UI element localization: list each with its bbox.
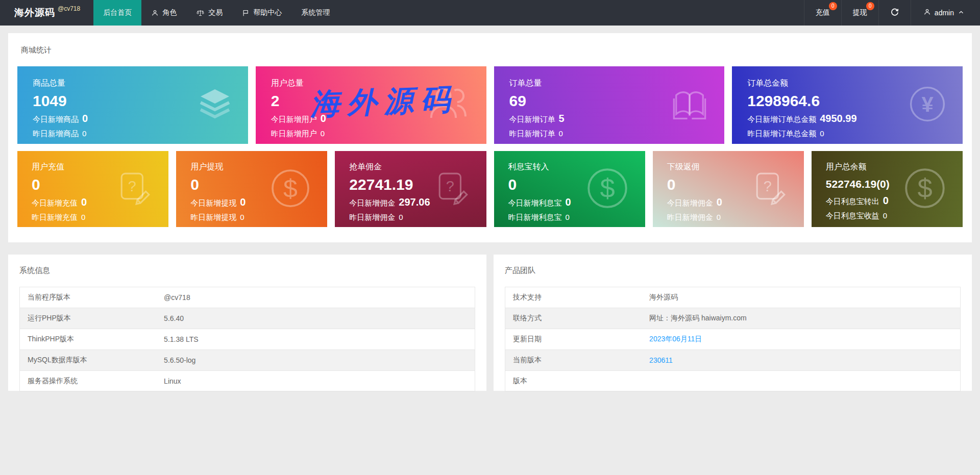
today-label: 今日新增用户 xyxy=(271,115,317,123)
system-info-panel: 系统信息 当前程序版本 @cv718 运行PHP版本 5.6.40 ThinkP… xyxy=(8,254,487,391)
table-row: ThinkPHP版本 5.1.38 LTS xyxy=(20,329,475,350)
svg-text:$: $ xyxy=(600,173,615,203)
navbar-actions: 充值 0 提现 0 admin xyxy=(804,0,980,26)
today-label: 今日新增订单总金额 xyxy=(747,115,816,123)
today-label: 今日新增利息宝 xyxy=(508,198,562,207)
row-label: 当前程序版本 xyxy=(20,287,157,308)
today-label: 今日新增订单 xyxy=(509,115,555,123)
row-value: 2023年06月11日 xyxy=(642,329,960,350)
today-value: 5 xyxy=(559,113,565,124)
table-row: 服务器操作系统 Linux xyxy=(20,371,475,392)
dollar-circle-icon: $ xyxy=(586,167,629,212)
yesterday-label: 昨日新增用户 xyxy=(271,129,317,138)
layers-icon xyxy=(198,88,232,122)
row-label: 服务器操作系统 xyxy=(20,371,157,392)
today-value: 0 xyxy=(566,196,571,208)
row-label: 更新日期 xyxy=(505,329,642,350)
row-value: @cv718 xyxy=(156,287,475,308)
users-icon xyxy=(425,82,470,128)
card-label: 商品总量 xyxy=(33,78,233,89)
system-info-title: 系统信息 xyxy=(19,266,475,276)
yesterday-label: 昨日新增提现 xyxy=(190,213,236,221)
edit-question-icon: ? xyxy=(118,171,152,207)
yesterday-label: 昨日新增佣金 xyxy=(667,213,713,221)
yesterday-value: 0 xyxy=(81,213,85,221)
product-team-panel: 产品团队 技术支持 海外源码 联络方式 网址：海外源码 haiwaiym.com… xyxy=(493,254,972,391)
admin-username: admin xyxy=(935,9,954,17)
update-date-link[interactable]: 2023年06月11日 xyxy=(649,335,702,343)
refresh-icon xyxy=(890,8,899,18)
table-row: MySQL数据库版本 5.6.50-log xyxy=(20,350,475,371)
row-label: ThinkPHP版本 xyxy=(20,329,157,350)
table-row: 版本 xyxy=(505,371,961,392)
yesterday-value: 0 xyxy=(883,211,887,220)
app-logo: 海外源码 @cv718 xyxy=(0,0,93,26)
table-row: 技术支持 海外源码 xyxy=(505,287,961,308)
withdraw-button[interactable]: 提现 0 xyxy=(841,0,878,26)
stat-card-interest-in: 利息宝转入 0 今日新增利息宝0 昨日新增利息宝0 $ xyxy=(494,151,645,227)
yesterday-label: 昨日新增佣金 xyxy=(349,213,395,221)
row-value: 5.6.40 xyxy=(156,308,475,329)
today-label: 今日新增提现 xyxy=(190,198,236,207)
stat-card-users-total: 用户总量 2 今日新增用户0 昨日新增用户0 xyxy=(256,66,486,144)
row-label: MySQL数据库版本 xyxy=(20,350,157,371)
yesterday-value: 0 xyxy=(566,213,570,221)
table-row: 联络方式 网址：海外源码 haiwaiym.com xyxy=(505,308,961,329)
today-value: 4950.99 xyxy=(820,113,856,124)
today-label: 今日新增佣金 xyxy=(667,198,713,207)
menu-item-home[interactable]: 后台首页 xyxy=(93,0,141,26)
stat-card-user-recharge: 用户充值 0 今日新增充值0 昨日新增充值0 ? xyxy=(17,151,168,227)
menu-item-roles[interactable]: 角色 xyxy=(141,0,186,26)
today-value: 0 xyxy=(321,113,326,124)
menu-item-system[interactable]: 系统管理 xyxy=(291,0,339,26)
yesterday-value: 0 xyxy=(717,213,721,221)
product-team-title: 产品团队 xyxy=(505,266,961,276)
scales-icon xyxy=(196,9,205,17)
recharge-label: 充值 xyxy=(816,8,830,17)
menu-item-label: 后台首页 xyxy=(103,8,132,17)
stat-card-user-balance: 用户总余额 522746.19(0) 今日利息宝转出0 今日利息宝收益0 $ xyxy=(812,151,963,227)
product-team-table: 技术支持 海外源码 联络方式 网址：海外源码 haiwaiym.com 更新日期… xyxy=(505,287,961,392)
table-row: 当前版本 230611 xyxy=(505,350,961,371)
today-label: 今日利息宝转出 xyxy=(826,197,879,206)
yesterday-value: 0 xyxy=(321,129,325,138)
menu-item-trade[interactable]: 交易 xyxy=(186,0,232,26)
yesterday-label: 昨日新增利息宝 xyxy=(508,213,562,221)
admin-dropdown[interactable]: admin xyxy=(911,0,980,26)
table-row: 更新日期 2023年06月11日 xyxy=(505,329,961,350)
stat-card-user-withdraw: 用户提现 0 今日新增提现0 昨日新增提现0 $ xyxy=(176,151,327,227)
stats-row-2: 用户充值 0 今日新增充值0 昨日新增充值0 ? 用户提现 0 今日新增提现0 … xyxy=(17,151,963,227)
stats-row-1: 商品总量 1049 今日新增商品0 昨日新增商品0 用户总量 2 今日新增用户0… xyxy=(17,66,963,144)
dollar-circle-icon: $ xyxy=(270,168,311,211)
today-value: 297.06 xyxy=(399,196,430,208)
menu-item-label: 角色 xyxy=(162,8,177,17)
menu-item-help-center[interactable]: 帮助中心 xyxy=(232,0,291,26)
svg-text:¥: ¥ xyxy=(921,92,933,116)
section-title: 商城统计 xyxy=(21,45,963,55)
user-icon xyxy=(151,9,159,17)
user-icon xyxy=(923,8,931,17)
flag-icon xyxy=(242,9,250,17)
mall-statistics-panel: 商城统计 海外源码 商品总量 1049 今日新增商品0 昨日新增商品0 用户总量… xyxy=(8,33,972,243)
main-menu: 后台首页 角色 交易 xyxy=(93,0,339,26)
recharge-button[interactable]: 充值 0 xyxy=(804,0,841,26)
yesterday-label: 昨日新增订单 xyxy=(509,129,555,138)
app-title: 海外源码 xyxy=(14,6,55,19)
menu-item-label: 交易 xyxy=(208,8,223,17)
refresh-button[interactable] xyxy=(878,0,911,26)
stat-card-order-commission: 抢单佣金 22741.19 今日新增佣金297.06 昨日新增佣金0 ? xyxy=(335,151,486,227)
row-label: 运行PHP版本 xyxy=(20,308,157,329)
top-navbar: 海外源码 @cv718 后台首页 角色 交易 xyxy=(0,0,980,26)
row-label: 当前版本 xyxy=(505,350,642,371)
current-version-link[interactable]: 230611 xyxy=(649,356,673,364)
app-version-badge: @cv718 xyxy=(58,5,80,12)
row-value: 230611 xyxy=(642,350,960,371)
dollar-circle-icon: $ xyxy=(903,167,946,212)
svg-text:?: ? xyxy=(128,178,136,194)
svg-text:$: $ xyxy=(917,173,932,203)
stat-card-order-amount: 订单总金额 1298964.6 今日新增订单总金额4950.99 昨日新增订单总… xyxy=(732,66,963,144)
row-value: 5.6.50-log xyxy=(156,350,475,371)
table-row: 当前程序版本 @cv718 xyxy=(20,287,475,308)
withdraw-label: 提现 xyxy=(853,8,867,17)
recharge-count-badge: 0 xyxy=(829,2,837,10)
